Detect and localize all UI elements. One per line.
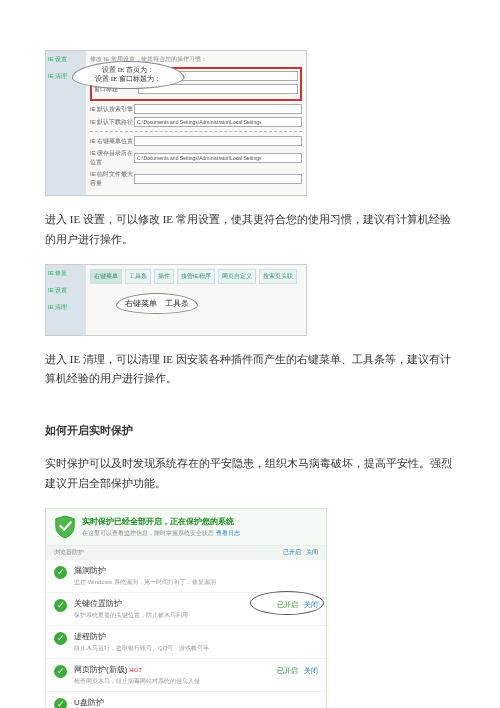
ie-clean-sidebar: IE 修复 IE 设置 IE 清理	[46, 265, 86, 335]
protect-title: 实时保护已经全部开启，正在保护您的系统	[82, 516, 240, 527]
protect-item-desc: 阻止木马运行，盗取银行账号、QQ号、游戏帐号等	[74, 644, 318, 653]
callout-line: 设置 IE 窗口标题为：	[79, 75, 177, 84]
view-log-link[interactable]: 查看日志	[216, 530, 240, 536]
protect-item-name: 进程防护	[74, 631, 318, 642]
sidebar-item[interactable]: IE 设置	[48, 55, 84, 64]
realtime-protect-screenshot: 实时保护已经全部开启，正在保护您的系统 在这里可以查看监控信息，随时掌握系统安全…	[45, 508, 327, 708]
callout-line: 设置 IE 首页为：	[79, 66, 177, 75]
protect-item: ✓ U盘防护 阻止木马从 U 盘/移动、移动硬盘等进入系统	[46, 691, 326, 708]
protect-item-name-text: 网页防护(新版)	[74, 665, 127, 674]
row-input[interactable]: C:\Documents and Settings\Administrator\…	[134, 153, 302, 163]
row-label: IE 临时文件最大容量	[90, 170, 134, 188]
row-label: IE 默认搜索引擎	[90, 105, 134, 114]
sidebar-item[interactable]: IE 修复	[48, 269, 84, 278]
tab[interactable]: 工具条	[125, 269, 151, 284]
callout-text: 工具条	[165, 299, 189, 308]
protect-item-name: U盘防护	[74, 697, 318, 708]
tab[interactable]: 搜索页关联	[259, 269, 297, 284]
protect-item: ✓ 关键位置防护 保护系统重要的关键位置，防止被木马利用 已开启 关闭	[46, 592, 326, 625]
callout-bubble: 设置 IE 首页为： 设置 IE 窗口标题为：	[72, 61, 184, 89]
status-on: 已开启	[283, 549, 301, 555]
row-input[interactable]	[134, 104, 302, 114]
paragraph-realtime: 实时保护可以及时发现系统存在的平安隐患，组织木马病毒破坏，提高平安性。强烈建议开…	[45, 454, 455, 494]
callout-text: 右键菜单	[125, 299, 157, 308]
row-label: IE 右键菜单位置	[90, 137, 134, 146]
hot-badge: HOT	[129, 667, 142, 673]
callout-bubble: 右键菜单 工具条	[116, 293, 198, 314]
row-input[interactable]: C:\Documents and Settings\Administrator\…	[134, 117, 302, 127]
ie-clean-screenshot: IE 修复 IE 设置 IE 清理 右键菜单 工具条 插件 接管IE程序 网页自…	[45, 264, 307, 336]
status-on: 已开启	[277, 601, 298, 608]
tab[interactable]: 接管IE程序	[177, 269, 215, 284]
check-icon: ✓	[54, 698, 67, 708]
protect-item: ✓ 漏洞防护 监控 Windows 系统漏洞，第一时间打补丁，修复漏洞	[46, 559, 326, 592]
sidebar-item[interactable]: IE 设置	[48, 286, 84, 295]
row-input[interactable]	[134, 174, 302, 184]
paragraph-ie-clean: 进入 IE 清理，可以清理 IE 因安装各种插件而产生的右键菜单、工具条等，建议…	[45, 350, 455, 390]
protect-item: ✓ 进程防护 阻止木马运行，盗取银行账号、QQ号、游戏帐号等	[46, 625, 326, 658]
row-label: IE 默认下载路径	[90, 118, 134, 127]
tab[interactable]: 插件	[154, 269, 174, 284]
action-off[interactable]: 关闭	[304, 601, 318, 608]
tab[interactable]: 网页自定义	[218, 269, 256, 284]
protect-section-label: 浏览器防护	[54, 548, 84, 557]
protect-item-desc: 检查网页木马，阻止病毒网站对系统的侵马入侵	[74, 677, 318, 686]
protect-item: ✓ 网页防护(新版)HOT 检查网页木马，阻止病毒网站对系统的侵马入侵 已开启 …	[46, 658, 326, 691]
action-off[interactable]: 关闭	[304, 667, 318, 674]
sidebar-item[interactable]: IE 清理	[48, 303, 84, 312]
protect-item-desc: 保护系统重要的关键位置，防止被木马利用	[74, 611, 318, 620]
protect-header: 实时保护已经全部开启，正在保护您的系统 在这里可以查看监控信息，随时掌握系统安全…	[46, 509, 326, 546]
check-icon: ✓	[54, 632, 67, 645]
row-label: IE 缓存目录所在位置	[90, 149, 134, 167]
shield-icon	[54, 515, 76, 539]
action-off[interactable]: 关闭	[306, 549, 318, 555]
check-icon: ✓	[54, 599, 67, 612]
protect-subtitle: 在这里可以查看监控信息，随时掌握系统安全状态	[82, 530, 214, 536]
check-icon: ✓	[54, 566, 67, 579]
protect-item-name: 漏洞防护	[74, 565, 318, 576]
paragraph-ie-settings: 进入 IE 设置，可以修改 IE 常用设置，使其更符合您的使用习惯，建议有计算机…	[45, 210, 455, 250]
row-input[interactable]	[134, 136, 302, 146]
check-icon: ✓	[54, 665, 67, 678]
tab[interactable]: 右键菜单	[90, 269, 122, 284]
ie-settings-screenshot: IE 设置 IE 清理 修改 IE 常用设置，使其符合您的操作习惯： IE 首页…	[45, 50, 307, 196]
protect-item-desc: 监控 Windows 系统漏洞，第一时间打补丁，修复漏洞	[74, 578, 318, 587]
status-on: 已开启	[277, 667, 298, 674]
ie-clean-tabs: 右键菜单 工具条 插件 接管IE程序 网页自定义 搜索页关联	[90, 269, 302, 284]
section-heading: 如何开启实时保护	[45, 423, 455, 438]
